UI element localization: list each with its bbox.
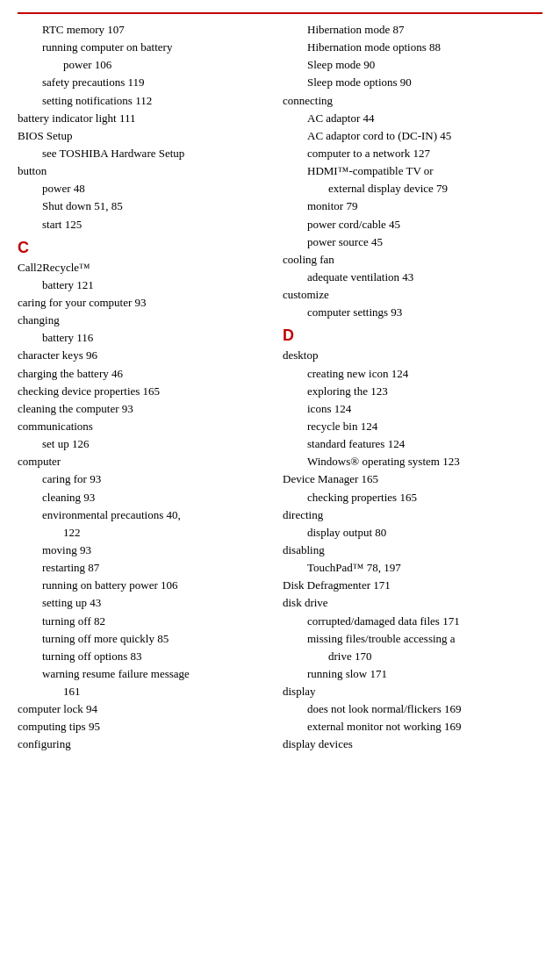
index-main-entry: connecting [283,92,537,110]
index-sub-entry: running on battery power 106 [18,577,272,594]
index-main-entry: communications [18,418,272,435]
index-sub-entry: battery 116 [18,329,272,347]
index-sub-entry: warning resume failure message [18,665,272,683]
index-sub-entry: turning off more quickly 85 [18,630,272,648]
index-main-entry: Disk Defragmenter 171 [283,577,537,594]
index-sub-entry: power cord/cable 45 [283,216,537,233]
index-sub-entry: icons 124 [283,400,537,418]
index-main-entry: cooling fan [283,251,537,269]
index-sub-entry: Windows® operating system 123 [283,453,537,470]
index-sub-entry: start 125 [18,216,272,233]
index-sub2-entry: 122 [18,524,272,542]
index-main-entry: display devices [283,736,537,753]
index-sub2-entry: 161 [18,683,272,700]
index-sub-entry: Shut down 51, 85 [18,197,272,215]
index-sub-entry: corrupted/damaged data files 171 [283,613,537,630]
index-main-entry: charging the battery 46 [18,365,272,383]
index-main-entry: caring for your computer 93 [18,294,272,312]
index-sub-entry: set up 126 [18,435,272,453]
page: RTC memory 107running computer on batter… [0,0,560,771]
index-main-entry: disk drive [283,594,537,612]
index-main-entry: cleaning the computer 93 [18,400,272,418]
index-sub-entry: turning off options 83 [18,648,272,665]
index-sub-entry: Hibernation mode options 88 [283,39,537,56]
index-content: RTC memory 107running computer on batter… [18,21,542,754]
index-sub-entry: setting up 43 [18,594,272,612]
index-main-entry: character keys 96 [18,347,272,364]
index-sub-entry: cleaning 93 [18,489,272,506]
index-sub-entry: does not look normal/flickers 169 [283,700,537,718]
index-sub-entry: monitor 79 [283,197,537,215]
index-sub-entry: display output 80 [283,524,537,542]
index-sub-entry: HDMI™-compatible TV or [283,162,537,180]
index-sub-entry: Sleep mode 90 [283,56,537,74]
index-main-entry: Device Manager 165 [283,470,537,488]
section-letter: D [283,327,537,345]
index-main-entry: disabling [283,542,537,559]
index-main-entry: display [283,683,537,700]
section-letter: C [18,239,272,257]
index-sub-entry: recycle bin 124 [283,418,537,435]
left-column: RTC memory 107running computer on batter… [18,21,277,754]
index-main-entry: configuring [18,736,272,753]
index-sub-entry: RTC memory 107 [18,21,272,39]
index-sub-entry: AC adaptor 44 [283,110,537,127]
index-main-entry: checking device properties 165 [18,383,272,400]
index-sub-entry: external monitor not working 169 [283,718,537,736]
index-sub2-entry: power 106 [18,56,272,74]
index-main-entry: computing tips 95 [18,718,272,736]
index-main-entry: button [18,162,272,180]
index-sub-entry: power source 45 [283,233,537,251]
index-sub-entry: Hibernation mode 87 [283,21,537,39]
index-main-entry: Call2Recycle™ [18,259,272,276]
index-sub-entry: caring for 93 [18,470,272,488]
index-main-entry: customize [283,286,537,304]
index-sub-entry: TouchPad™ 78, 197 [283,559,537,577]
page-header [18,9,542,14]
index-sub-entry: standard features 124 [283,435,537,453]
index-sub-entry: computer to a network 127 [283,145,537,162]
index-sub-entry: safety precautions 119 [18,74,272,91]
index-sub2-entry: drive 170 [283,648,537,665]
index-sub-entry: computer settings 93 [283,304,537,321]
index-sub-entry: adequate ventilation 43 [283,269,537,286]
index-main-entry: desktop [283,347,537,364]
index-main-entry: computer [18,453,272,470]
index-main-entry: directing [283,506,537,524]
index-sub-entry: setting notifications 112 [18,92,272,110]
index-sub-entry: running computer on battery [18,39,272,56]
index-main-entry: changing [18,312,272,329]
index-sub-entry: creating new icon 124 [283,365,537,383]
index-sub-entry: power 48 [18,180,272,197]
index-sub-entry: running slow 171 [283,665,537,683]
index-sub-entry: exploring the 123 [283,383,537,400]
right-column: Hibernation mode 87Hibernation mode opti… [277,21,542,754]
index-main-entry: battery indicator light 111 [18,110,272,127]
index-sub-entry: moving 93 [18,542,272,559]
index-sub-entry: environmental precautions 40, [18,506,272,524]
index-main-entry: computer lock 94 [18,700,272,718]
index-sub-entry: AC adaptor cord to (DC-IN) 45 [283,127,537,145]
index-sub-entry: restarting 87 [18,559,272,577]
index-sub-entry: battery 121 [18,276,272,294]
index-main-entry: BIOS Setup [18,127,272,145]
index-sub-entry: Sleep mode options 90 [283,74,537,91]
index-sub-entry: turning off 82 [18,613,272,630]
index-sub-entry: see TOSHIBA Hardware Setup [18,145,272,162]
index-sub-entry: checking properties 165 [283,489,537,506]
index-sub2-entry: external display device 79 [283,180,537,197]
index-sub-entry: missing files/trouble accessing a [283,630,537,648]
